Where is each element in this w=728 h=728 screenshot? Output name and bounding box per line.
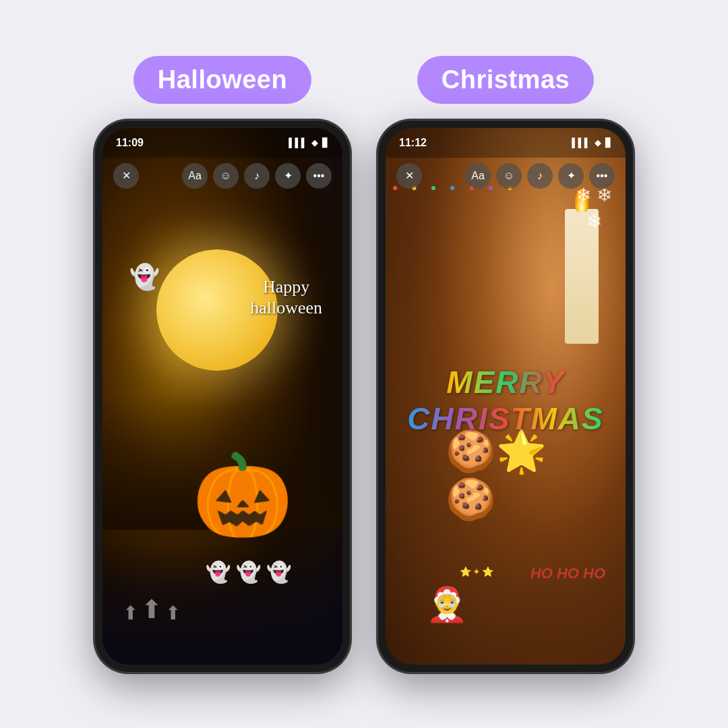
close-button[interactable]: ✕ (113, 163, 139, 189)
merry-christmas-text: MERRY CHRISTMAS (407, 364, 603, 437)
halloween-status-bar: 11:09 ▌▌▌ ◆ ▊ (102, 128, 342, 158)
halloween-phone-frame: 👻 Happyhalloween 🎃 👻 👻 👻 ⬆ ⬆ ⬆ (94, 120, 351, 673)
sticker-button[interactable]: ☺ (213, 163, 239, 189)
pumpkin-icon: 🎃 (192, 448, 293, 543)
toolbar-right-actions: Aa ☺ ♪ ✦ ••• (182, 163, 332, 189)
main-container: Halloween 👻 Happyhalloween 🎃 (54, 29, 674, 700)
christmas-toolbar: ✕ Aa ☺ ♪ ✦ ••• (386, 158, 626, 194)
ghost-top-icon: 👻 (129, 263, 160, 291)
christmas-label: Christmas (417, 56, 594, 104)
merry-line: MERRY (407, 364, 603, 400)
christmas-phone-screen: ❄ ❄ ❄ ● ● ● ● ● ● ● MERRY CHRISTMAS (386, 128, 626, 665)
music-button[interactable]: ♪ (527, 163, 553, 189)
ghost-2-icon: 👻 (236, 560, 261, 584)
wifi-icon: ◆ (311, 138, 318, 148)
arrow-2-icon: ⬆ (141, 595, 162, 624)
santa-figure: 🤶 (426, 585, 468, 624)
christmas-section: Christmas ❄ ❄ ❄ ● ● ● ● ● (377, 56, 634, 673)
star-decorations: ⭐✦⭐ (460, 566, 495, 577)
christmas-status-bar: 11:12 ▌▌▌ ◆ ▊ (386, 128, 626, 158)
sticker-button[interactable]: ☺ (496, 163, 522, 189)
toolbar-right-actions: Aa ☺ ♪ ✦ ••• (465, 163, 615, 189)
battery-icon: ▊ (605, 138, 612, 148)
halloween-phone-screen: 👻 Happyhalloween 🎃 👻 👻 👻 ⬆ ⬆ ⬆ (102, 128, 342, 665)
battery-icon: ▊ (322, 138, 329, 148)
halloween-toolbar: ✕ Aa ☺ ♪ ✦ ••• (102, 158, 342, 194)
halloween-section: Halloween 👻 Happyhalloween 🎃 (94, 56, 351, 673)
wifi-icon: ◆ (595, 138, 601, 148)
more-button[interactable]: ••• (589, 163, 615, 189)
arrow-1-icon: ⬆ (123, 602, 138, 624)
arrows-area: ⬆ ⬆ ⬆ (123, 595, 181, 624)
christmas-phone-frame: ❄ ❄ ❄ ● ● ● ● ● ● ● MERRY CHRISTMAS (377, 120, 634, 673)
text-button[interactable]: Aa (465, 163, 491, 189)
more-button[interactable]: ••• (306, 163, 332, 189)
happy-halloween-text: Happyhalloween (250, 276, 322, 318)
text-button[interactable]: Aa (182, 163, 208, 189)
signal-icon: ▌▌▌ (289, 138, 307, 148)
halloween-time: 11:09 (116, 137, 144, 149)
music-button[interactable]: ♪ (244, 163, 270, 189)
ghost-3-icon: 👻 (266, 560, 291, 584)
ho-ho-ho-text: HO HO HO (530, 564, 605, 584)
christmas-time: 11:12 (399, 137, 427, 149)
christmas-line: CHRISTMAS (407, 400, 603, 437)
arrow-3-icon: ⬆ (165, 602, 181, 624)
sparkle-button[interactable]: ✦ (275, 163, 301, 189)
close-button[interactable]: ✕ (396, 163, 422, 189)
signal-icon: ▌▌▌ (572, 138, 590, 148)
sparkle-button[interactable]: ✦ (558, 163, 584, 189)
gingerbread-cookies: 🍪🌟🍪 (446, 427, 566, 523)
ghost-1-icon: 👻 (206, 560, 231, 584)
halloween-label: Halloween (133, 56, 311, 104)
christmas-status-icons: ▌▌▌ ◆ ▊ (572, 138, 612, 148)
ghosts-row: 👻 👻 👻 (206, 560, 291, 584)
halloween-status-icons: ▌▌▌ ◆ ▊ (289, 138, 329, 148)
